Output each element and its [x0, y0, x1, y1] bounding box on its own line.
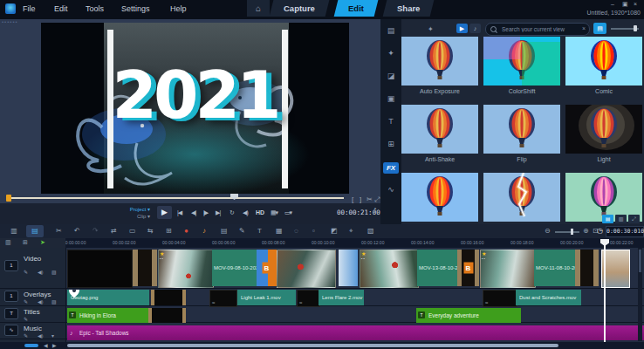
- timeline-zoom-handle[interactable]: [571, 229, 573, 235]
- mode-project[interactable]: Project ▾: [120, 206, 150, 212]
- video-clip-label[interactable]: MOV-11-08-10-2020: [534, 250, 576, 286]
- timeline-ruler[interactable]: 00:00:00:0000:00:02:0000:00:04:0000:00:0…: [65, 238, 644, 248]
- thumbnail-size-handle[interactable]: [634, 25, 637, 31]
- track-transparency-button[interactable]: ⇆: [147, 228, 154, 235]
- tab-capture[interactable]: Capture: [270, 0, 330, 17]
- effect-card-auto-exposure[interactable]: Auto Exposure: [401, 37, 478, 94]
- edit-track-icon[interactable]: ✎: [24, 332, 28, 339]
- menu-help[interactable]: Help: [170, 4, 187, 13]
- clock-icon[interactable]: ◷: [597, 228, 603, 235]
- mask-creator-button[interactable]: ▦: [276, 228, 283, 235]
- show-audio-toggle-icon[interactable]: ♪: [469, 24, 481, 33]
- media-library-icon[interactable]: ▤: [380, 26, 401, 35]
- effect-thumbnail[interactable]: [401, 105, 478, 154]
- home-button[interactable]: |◀: [177, 209, 182, 216]
- titles-filmstrip-clip[interactable]: [148, 308, 186, 323]
- home-button[interactable]: ⌂: [247, 0, 270, 17]
- show-video-toggle-icon[interactable]: ▶: [456, 24, 468, 33]
- edit-track-icon[interactable]: ✎: [24, 269, 28, 275]
- safe-area-button[interactable]: ▦▾: [271, 209, 277, 216]
- effect-card-colorshift[interactable]: ColorShift: [483, 37, 560, 94]
- record-capture-option-button[interactable]: ●: [184, 228, 188, 235]
- video-clip-waterfall[interactable]: ★▪▪: [158, 250, 214, 288]
- display-option-button[interactable]: ▭▾: [284, 209, 291, 216]
- playhead-line[interactable]: [604, 240, 606, 342]
- grid-view-button[interactable]: ▤: [593, 23, 606, 34]
- title-clip[interactable]: Everyday adventureT: [416, 308, 521, 323]
- seamless-transition-button[interactable]: ▭: [129, 228, 136, 235]
- effect-thumbnail[interactable]: [401, 173, 478, 222]
- effect-card-row3-6[interactable]: [401, 173, 478, 224]
- next-frame-button[interactable]: |▶: [203, 209, 208, 216]
- video-clip-label[interactable]: MOV-13-08-10-2020: [417, 250, 458, 286]
- filters-fx-icon[interactable]: FX: [383, 162, 399, 174]
- subtitle-editor-button[interactable]: T: [257, 228, 262, 235]
- expand-track-icon[interactable]: ▾: [51, 332, 54, 339]
- titles-icon[interactable]: T: [380, 117, 401, 126]
- trim-start-handle[interactable]: [6, 195, 11, 202]
- effect-thumbnail[interactable]: [401, 37, 478, 86]
- expand-panel-icon[interactable]: ⤢: [628, 215, 640, 223]
- video-clip-rocks[interactable]: [277, 250, 336, 288]
- motion-paths-icon[interactable]: ∿: [380, 185, 401, 194]
- play-button[interactable]: ▶: [157, 206, 172, 219]
- track-manager-icon[interactable]: ▥: [5, 239, 11, 246]
- effect-card-comic[interactable]: Comic: [565, 37, 642, 94]
- ripple-edit-button[interactable]: ⇄: [111, 228, 117, 235]
- insert-clip-button[interactable]: ⊞: [166, 228, 172, 235]
- title-clip[interactable]: Hiking in EloraT: [67, 308, 158, 323]
- video-clip[interactable]: [67, 250, 133, 288]
- end-button[interactable]: ▶|: [216, 209, 220, 216]
- menu-tools[interactable]: Tools: [86, 4, 104, 13]
- menu-settings[interactable]: Settings: [121, 4, 150, 13]
- mute-track-icon[interactable]: ◀): [38, 269, 44, 275]
- redo-button[interactable]: ↷: [92, 228, 99, 235]
- mode-clip[interactable]: Clip ▾: [120, 213, 150, 219]
- transition-clip[interactable]: [339, 250, 358, 286]
- menu-edit[interactable]: Edit: [54, 4, 68, 13]
- effect-thumbnail[interactable]: [483, 173, 560, 222]
- effect-thumbnail[interactable]: [483, 105, 560, 154]
- tracker-button[interactable]: ⌖: [349, 228, 353, 235]
- tab-share[interactable]: Share: [383, 0, 435, 17]
- library-view-toggle-icon[interactable]: ▤: [602, 215, 613, 223]
- mute-track-icon[interactable]: ◀): [38, 298, 44, 305]
- overlay-media-clip[interactable]: ≈: [297, 290, 320, 307]
- project-duration[interactable]: 0:00:30:010: [606, 226, 644, 237]
- overlay-clip[interactable]: Light Leak 1.mov: [237, 290, 296, 305]
- volume-button[interactable]: ◀): [243, 209, 248, 216]
- overlay-media-clip[interactable]: ≈: [209, 290, 237, 307]
- search-input[interactable]: [500, 24, 580, 34]
- auto-music-button[interactable]: ♪: [202, 228, 206, 235]
- edit-track-icon[interactable]: ✎: [24, 316, 28, 322]
- transparency-icon[interactable]: ▨: [51, 269, 57, 275]
- hd-toggle[interactable]: HD: [256, 209, 264, 216]
- timecode-spinner-icon[interactable]: ▲▼: [373, 207, 377, 214]
- sound-mixer-button[interactable]: ▤: [221, 228, 228, 235]
- restore-button[interactable]: ▣: [622, 1, 628, 8]
- timeline-zoom-slider[interactable]: [555, 231, 579, 233]
- overlay-clip[interactable]: Lens Flare 2.mov: [319, 290, 364, 305]
- transition-clip[interactable]: B: [257, 250, 277, 286]
- previous-frame-button[interactable]: ◀|: [191, 209, 195, 216]
- overlay-clip[interactable]: Dust and Scratches.mov: [516, 290, 581, 305]
- timeline-nav-button[interactable]: [24, 344, 38, 347]
- graphics-icon[interactable]: ▣: [380, 94, 401, 103]
- transitions-icon[interactable]: ◪: [380, 72, 401, 80]
- mark-out-button[interactable]: ]: [360, 195, 361, 203]
- effect-thumbnail[interactable]: [565, 37, 642, 86]
- preview-scrubber[interactable]: [9, 197, 344, 199]
- panel-grip[interactable]: ••••••: [2, 19, 18, 24]
- transition-clip[interactable]: [575, 250, 599, 286]
- effect-card-flip[interactable]: Flip: [483, 105, 560, 162]
- motion-tracking-button[interactable]: ◌: [294, 228, 298, 235]
- crop-button[interactable]: ▫: [312, 228, 315, 235]
- effect-card-anti-shake[interactable]: Anti-Shake: [401, 105, 478, 162]
- effect-card-light[interactable]: Light: [565, 105, 642, 162]
- mute-track-icon[interactable]: ◀): [38, 332, 44, 339]
- clear-search-icon[interactable]: ×: [582, 25, 586, 31]
- 3d-title-editor-button[interactable]: ◩: [331, 228, 338, 235]
- storyboard-view-button[interactable]: ▥: [5, 225, 23, 237]
- minimize-button[interactable]: –: [611, 1, 614, 7]
- ripple-edit-all-icon[interactable]: ➤: [40, 239, 45, 246]
